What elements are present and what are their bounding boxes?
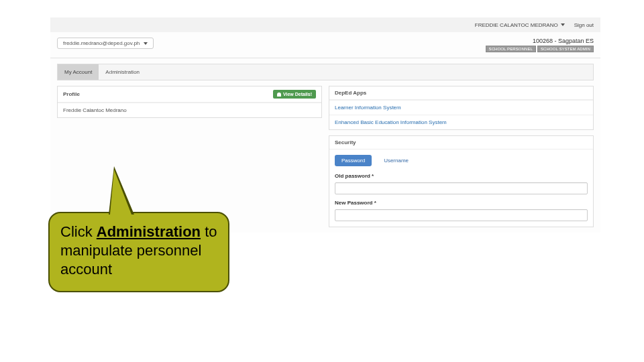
profile-header: Profile View Details! [58,86,321,103]
security-body: Password Username Old password * New Pas… [329,149,593,227]
main-tabs: My Account Administration [57,64,594,80]
app-link-ebeis: Enhanced Basic Education Information Sys… [329,115,593,129]
right-column: DepEd Apps Learner Information System En… [329,86,594,233]
tab-username[interactable]: Username [377,155,415,166]
badge-sysadmin: SCHOOL SYSTEM ADMIN [537,46,594,52]
user-name: FREDDIE CALANTOC MEDRANO [475,22,558,28]
email-value: freddie.medrano@deped.gov.ph [63,40,140,46]
link-ebeis[interactable]: Enhanced Basic Education Information Sys… [335,119,447,125]
callout-text-pre: Click [60,223,97,240]
new-password-label: New Password * [335,200,588,206]
caret-down-icon [144,42,148,45]
top-bar: FREDDIE CALANTOC MEDRANO Sign out [50,17,600,32]
email-dropdown[interactable]: freddie.medrano@deped.gov.ph [57,38,154,49]
user-icon [277,93,281,97]
app-link-lis: Learner Information System [329,100,593,115]
instruction-callout: Click Administration to manipulate perso… [48,212,229,292]
security-title: Security [335,139,356,145]
sub-bar: freddie.medrano@deped.gov.ph 100268 - Sa… [50,32,600,55]
old-password-label: Old password * [335,173,588,179]
school-name: 100268 - Sagpatan ES [486,38,594,44]
security-panel: Security Password Username Old password … [329,135,594,227]
tab-password[interactable]: Password [335,155,372,166]
apps-panel: DepEd Apps Learner Information System En… [329,86,594,130]
tab-administration[interactable]: Administration [99,64,146,80]
view-details-button[interactable]: View Details! [273,90,316,99]
profile-title: Profile [63,91,80,97]
security-header: Security [329,136,593,149]
old-password-input[interactable] [335,182,588,194]
callout-tail-icon [110,170,131,215]
signout-link[interactable]: Sign out [574,22,594,28]
left-column: Profile View Details! Freddie Calantoc M… [57,86,322,233]
view-details-label: View Details! [283,92,312,97]
apps-title: DepEd Apps [335,90,366,96]
profile-name: Freddie Calantoc Medrano [58,103,321,117]
role-badges: SCHOOL PERSONNEL SCHOOL SYSTEM ADMIN [486,46,594,52]
new-password-input[interactable] [335,209,588,221]
security-tabs: Password Username [335,155,588,166]
user-menu[interactable]: FREDDIE CALANTOC MEDRANO [475,22,565,28]
link-lis[interactable]: Learner Information System [335,105,401,111]
school-block: 100268 - Sagpatan ES SCHOOL PERSONNEL SC… [486,38,594,52]
tab-my-account[interactable]: My Account [58,64,99,80]
badge-personnel: SCHOOL PERSONNEL [486,46,536,52]
two-columns: Profile View Details! Freddie Calantoc M… [57,86,594,233]
caret-down-icon [561,23,565,26]
profile-panel: Profile View Details! Freddie Calantoc M… [57,86,322,118]
apps-header: DepEd Apps [329,86,593,100]
callout-text-bold: Administration [97,223,201,240]
